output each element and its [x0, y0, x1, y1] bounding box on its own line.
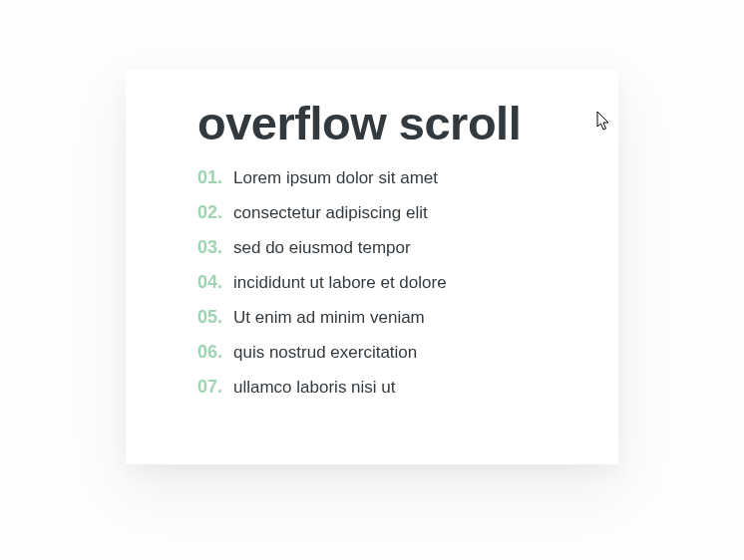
- item-list: 01.Lorem ipsum dolor sit amet02.consecte…: [197, 167, 547, 398]
- list-item: 04.incididunt ut labore et dolore: [197, 272, 547, 293]
- list-item: 01.Lorem ipsum dolor sit amet: [197, 167, 547, 188]
- item-text: sed do eiusmod tempor: [233, 238, 411, 258]
- list-item: 02.consectetur adipiscing elit: [197, 202, 547, 223]
- list-item: 07.ullamco laboris nisi ut: [197, 377, 547, 398]
- scroll-card[interactable]: overflow scroll 01.Lorem ipsum dolor sit…: [126, 70, 618, 464]
- item-number: 05.: [197, 307, 225, 328]
- item-number: 03.: [197, 237, 225, 258]
- item-text: Ut enim ad minim veniam: [233, 308, 425, 328]
- item-text: incididunt ut labore et dolore: [233, 273, 447, 293]
- item-text: Lorem ipsum dolor sit amet: [233, 168, 438, 188]
- list-item: 05.Ut enim ad minim veniam: [197, 307, 547, 328]
- item-number: 01.: [197, 167, 225, 188]
- list-item: 06.quis nostrud exercitation: [197, 342, 547, 363]
- item-number: 07.: [197, 377, 225, 398]
- item-number: 02.: [197, 202, 225, 223]
- item-text: consectetur adipiscing elit: [233, 203, 428, 223]
- list-item: 03.sed do eiusmod tempor: [197, 237, 547, 258]
- card-title: overflow scroll: [197, 98, 547, 149]
- item-text: quis nostrud exercitation: [233, 343, 417, 363]
- item-number: 06.: [197, 342, 225, 363]
- item-text: ullamco laboris nisi ut: [233, 378, 396, 398]
- item-number: 04.: [197, 272, 225, 293]
